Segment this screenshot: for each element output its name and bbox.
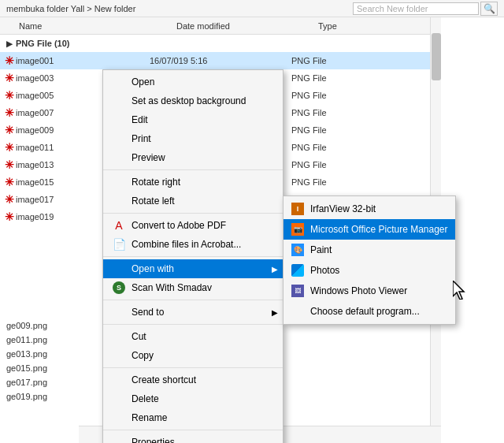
menu-separator xyxy=(103,367,283,368)
list-item: ge009.png xyxy=(6,318,79,333)
submenu-item-choose-default[interactable]: Choose default program... xyxy=(284,301,455,322)
context-menu: Open Set as desktop background Edit Prin… xyxy=(102,69,284,443)
menu-item-scan-smadav[interactable]: S Scan With Smadav xyxy=(103,278,283,297)
send-to-icon xyxy=(111,304,127,320)
submenu-item-windows-photo-viewer[interactable]: 🖼 Windows Photo Viewer xyxy=(284,281,455,301)
list-item: ge019.png xyxy=(6,389,79,404)
menu-item-edit[interactable]: Edit xyxy=(103,110,283,129)
edit-icon xyxy=(111,112,127,128)
menu-separator xyxy=(103,430,283,430)
col-date-header[interactable]: Date modified xyxy=(176,21,318,31)
menu-item-rotate-left[interactable]: Rotate left xyxy=(103,192,283,210)
file-icon: ✳ xyxy=(3,176,16,188)
acrobat-icon: 📄 xyxy=(111,236,127,252)
table-row[interactable]: ✳ image001 16/07/019 5:16 PNG File xyxy=(0,52,441,69)
rotate-right-icon xyxy=(111,174,127,190)
file-icon: ✳ xyxy=(3,106,16,119)
submenu-arrow-icon: ▶ xyxy=(272,308,278,317)
menu-item-convert-pdf[interactable]: A Convert to Adobe PDF xyxy=(103,216,283,235)
choose-default-icon xyxy=(290,303,306,319)
photos-icon xyxy=(290,262,306,278)
open-icon xyxy=(111,74,127,90)
preview-icon xyxy=(111,150,127,166)
submenu-open-with: I IrfanView 32-bit 📷 Microsoft Office Pi… xyxy=(283,195,456,325)
menu-separator xyxy=(103,324,283,325)
list-item: ge011.png xyxy=(6,333,79,347)
copy-icon xyxy=(111,348,127,363)
menu-item-create-shortcut[interactable]: Create shortcut xyxy=(103,370,283,389)
file-icon: ✳ xyxy=(3,193,16,206)
menu-separator xyxy=(103,300,283,300)
file-icon: ✳ xyxy=(3,158,16,171)
submenu-item-irfanview[interactable]: I IrfanView 32-bit xyxy=(284,199,455,219)
file-icon: ✳ xyxy=(3,54,16,67)
file-icon: ✳ xyxy=(3,210,16,223)
menu-item-open[interactable]: Open xyxy=(103,73,283,91)
col-name-header[interactable]: Name xyxy=(3,21,176,31)
msoffice-icon: 📷 xyxy=(290,222,306,237)
windows-photo-viewer-icon: 🖼 xyxy=(290,283,306,299)
list-item: ge017.png xyxy=(6,375,79,389)
submenu-item-photos[interactable]: Photos xyxy=(284,260,455,281)
menu-item-preview[interactable]: Preview xyxy=(103,148,283,167)
breadcrumb-path: membuka folder Yall > New folder xyxy=(6,4,135,13)
menu-separator xyxy=(103,256,283,257)
scrollbar-thumb[interactable] xyxy=(432,33,441,80)
file-icon: ✳ xyxy=(3,89,16,102)
search-icon: 🔍 xyxy=(484,3,495,14)
menu-item-combine-acrobat[interactable]: 📄 Combine files in Acrobat... xyxy=(103,235,283,254)
menu-item-set-desktop[interactable]: Set as desktop background xyxy=(103,91,283,110)
menu-item-open-with[interactable]: Open with ▶ xyxy=(103,259,283,278)
menu-item-properties[interactable]: Properties xyxy=(103,433,283,443)
col-type-header[interactable]: Type xyxy=(318,21,413,31)
rotate-left-icon xyxy=(111,193,127,209)
menu-item-rename[interactable]: Rename xyxy=(103,408,283,427)
file-group-header: ▶ PNG File (10) xyxy=(0,35,441,52)
list-item: ge015.png xyxy=(6,361,79,375)
submenu-item-paint[interactable]: 🎨 Paint xyxy=(284,240,455,260)
rename-icon xyxy=(111,410,127,426)
paint-icon: 🎨 xyxy=(290,242,306,258)
menu-item-copy[interactable]: Copy xyxy=(103,346,283,365)
menu-item-rotate-right[interactable]: Rotate right xyxy=(103,173,283,192)
pdf-icon: A xyxy=(111,218,127,233)
menu-item-delete[interactable]: Delete xyxy=(103,389,283,408)
search-box[interactable]: Search New folder xyxy=(353,2,479,15)
file-icon: ✳ xyxy=(3,124,16,136)
smadav-icon: S xyxy=(111,280,127,296)
properties-icon xyxy=(111,434,127,443)
open-with-icon xyxy=(111,261,127,277)
search-button[interactable]: 🔍 xyxy=(480,2,498,16)
desktop-icon xyxy=(111,93,127,109)
submenu-arrow-icon: ▶ xyxy=(272,265,278,274)
irfanview-icon: I xyxy=(290,201,306,217)
cut-icon xyxy=(111,329,127,344)
menu-item-cut[interactable]: Cut xyxy=(103,327,283,346)
list-item: ge013.png xyxy=(6,347,79,361)
column-headers: Name Date modified Type xyxy=(0,17,441,35)
delete-icon xyxy=(111,391,127,407)
file-icon: ✳ xyxy=(3,72,16,84)
menu-separator xyxy=(103,169,283,170)
bottom-file-list: ge009.png ge011.png ge013.png ge015.png … xyxy=(0,315,79,443)
file-icon: ✳ xyxy=(3,141,16,154)
breadcrumb: membuka folder Yall > New folder Search … xyxy=(0,0,504,17)
menu-item-print[interactable]: Print xyxy=(103,129,283,148)
print-icon xyxy=(111,131,127,147)
menu-separator xyxy=(103,213,283,214)
menu-item-send-to[interactable]: Send to ▶ xyxy=(103,303,283,322)
shortcut-icon xyxy=(111,372,127,388)
group-arrow-icon: ▶ xyxy=(6,39,13,48)
submenu-item-msoffice[interactable]: 📷 Microsoft Office Picture Manager xyxy=(284,219,455,240)
